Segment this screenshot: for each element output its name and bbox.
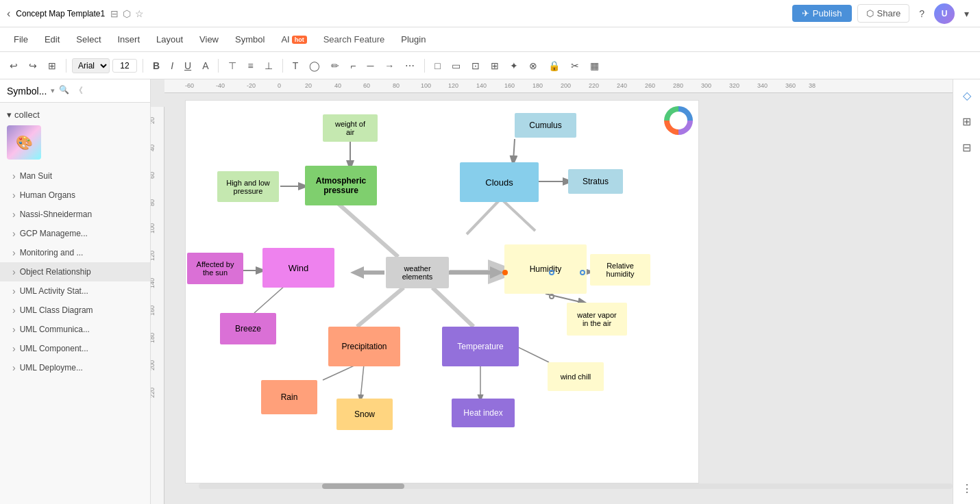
export-icon[interactable]: ⬡ bbox=[123, 8, 131, 19]
align-center-button[interactable]: ≡ bbox=[243, 58, 257, 74]
title-actions: ⊟ ⬡ ☆ bbox=[110, 8, 144, 19]
menu-plugin[interactable]: Plugin bbox=[394, 32, 432, 47]
shape-button[interactable]: □ bbox=[430, 58, 444, 74]
sidebar-item-man-suit[interactable]: Man Suit bbox=[0, 166, 150, 186]
arrow-left-1 bbox=[350, 266, 384, 279]
node-water-vapor[interactable]: water vaporin the air bbox=[567, 303, 627, 336]
menu-search-feature[interactable]: Search Feature bbox=[317, 32, 392, 47]
node-high-low[interactable]: High and lowpressure bbox=[217, 171, 279, 202]
svg-line-6 bbox=[338, 203, 398, 257]
menu-insert[interactable]: Insert bbox=[111, 32, 147, 47]
sidebar-item-uml-deployment[interactable]: UML Deployme... bbox=[0, 358, 150, 377]
menu-file[interactable]: File bbox=[7, 32, 35, 47]
fit-button[interactable]: ⊞ bbox=[487, 58, 503, 74]
menu-symbol[interactable]: Symbol bbox=[228, 32, 271, 47]
right-panel-style-button[interactable]: ◇ bbox=[957, 85, 977, 105]
table-button[interactable]: ▦ bbox=[586, 58, 603, 74]
back-button[interactable]: ‹ bbox=[7, 8, 10, 20]
node-breeze[interactable]: Breeze bbox=[220, 313, 276, 344]
sparkle-button[interactable]: ✦ bbox=[506, 58, 522, 74]
menu-view[interactable]: View bbox=[193, 32, 225, 47]
share-button[interactable]: ⬡ Share bbox=[857, 4, 910, 23]
humidity-dot-right2 bbox=[580, 270, 585, 275]
account-dropdown[interactable]: ▾ bbox=[960, 5, 973, 22]
right-panel-settings-button[interactable]: ⊟ bbox=[957, 137, 977, 158]
font-selector[interactable]: Arial bbox=[72, 58, 110, 73]
node-humidity[interactable]: Humidity bbox=[504, 244, 587, 294]
callout-button[interactable]: ▭ bbox=[448, 58, 465, 74]
node-atm-pressure[interactable]: Atmosphericpressure bbox=[305, 166, 377, 205]
sidebar-item-uml-activity[interactable]: UML Activity Stat... bbox=[0, 281, 150, 301]
clone-button[interactable]: ⊞ bbox=[44, 58, 60, 74]
svg-marker-19 bbox=[449, 266, 504, 279]
menu-edit[interactable]: Edit bbox=[38, 32, 66, 47]
redo-button[interactable]: ↪ bbox=[25, 58, 41, 74]
humidity-dot bbox=[502, 270, 508, 275]
node-relative-humidity[interactable]: Relativehumidity bbox=[590, 254, 650, 286]
diagram-container[interactable]: weight ofair Cumulus Atmosphericpressure… bbox=[185, 100, 699, 483]
menu-layout[interactable]: Layout bbox=[149, 32, 190, 47]
node-rain[interactable]: Rain bbox=[261, 380, 317, 414]
sidebar-item-nassi[interactable]: Nassi-Shneiderman bbox=[0, 205, 150, 224]
sidebar-item-monitoring[interactable]: Monitoring and ... bbox=[0, 243, 150, 262]
help-button[interactable]: ? bbox=[915, 5, 929, 22]
italic-button[interactable]: I bbox=[167, 58, 177, 74]
node-wind[interactable]: Wind bbox=[262, 248, 334, 288]
svg-marker-18 bbox=[350, 266, 384, 279]
right-panel-extra-button[interactable]: ⋮ bbox=[957, 478, 977, 499]
node-temperature[interactable]: Temperature bbox=[442, 327, 519, 366]
eraser-button[interactable]: ◯ bbox=[305, 58, 324, 74]
collect-label: collect bbox=[14, 110, 40, 120]
resize-button[interactable]: ⊡ bbox=[467, 58, 484, 74]
align-top-button[interactable]: ⊤ bbox=[224, 58, 241, 74]
underline-button[interactable]: U bbox=[180, 58, 195, 74]
node-affected[interactable]: Affected bythe sun bbox=[187, 253, 243, 284]
canvas-background[interactable]: weight ofair Cumulus Atmosphericpressure… bbox=[164, 93, 953, 490]
arrows-svg bbox=[186, 101, 698, 483]
line-type-button[interactable]: ⋯ bbox=[401, 58, 419, 74]
text-style-button[interactable]: T bbox=[289, 58, 303, 74]
menu-select[interactable]: Select bbox=[69, 32, 108, 47]
avatar[interactable]: U bbox=[934, 3, 955, 24]
publish-button[interactable]: ✈ Publish bbox=[792, 5, 852, 22]
canvas-area[interactable]: -60 -40 -20 0 20 40 60 80 100 120 140 16… bbox=[151, 79, 953, 504]
star-icon[interactable]: ☆ bbox=[135, 8, 144, 19]
horizontal-scrollbar[interactable] bbox=[199, 483, 953, 489]
undo-button[interactable]: ↩ bbox=[5, 58, 22, 74]
bold-button[interactable]: B bbox=[149, 58, 164, 74]
node-weather-elements[interactable]: weatherelements bbox=[386, 257, 449, 288]
line-style-button[interactable]: ─ bbox=[363, 58, 378, 74]
node-snow[interactable]: Snow bbox=[336, 399, 393, 430]
sidebar-item-object-relationship[interactable]: Object Relationship bbox=[0, 262, 150, 281]
collect-header[interactable]: ▾ collect bbox=[0, 107, 150, 123]
sidebar-item-uml-communication[interactable]: UML Communica... bbox=[0, 320, 150, 339]
node-heat-index[interactable]: Heat index bbox=[452, 399, 515, 427]
filter-button[interactable]: ⊗ bbox=[525, 58, 541, 74]
right-panel-format-button[interactable]: ⊞ bbox=[957, 111, 977, 131]
save-icon[interactable]: ⊟ bbox=[110, 8, 119, 19]
node-weight-air[interactable]: weight ofair bbox=[323, 114, 378, 142]
font-color-button[interactable]: A bbox=[198, 58, 212, 74]
node-stratus[interactable]: Stratus bbox=[568, 169, 623, 194]
sidebar-item-human-organs[interactable]: Human Organs bbox=[0, 186, 150, 205]
node-cumulus[interactable]: Cumulus bbox=[515, 113, 576, 138]
sidebar-collapse-arrow[interactable]: ▾ bbox=[51, 86, 55, 95]
lock-button[interactable]: 🔒 bbox=[544, 58, 564, 74]
font-size-input[interactable] bbox=[112, 59, 137, 73]
sidebar-item-gcp[interactable]: GCP Manageme... bbox=[0, 224, 150, 243]
align-bottom-button[interactable]: ⊥ bbox=[260, 58, 277, 74]
ruler-horizontal: -60 -40 -20 0 20 40 60 80 100 120 140 16… bbox=[164, 79, 953, 93]
sidebar-toggle-icon[interactable]: 《 bbox=[75, 85, 83, 97]
sidebar-item-uml-component[interactable]: UML Component... bbox=[0, 339, 150, 358]
sidebar-item-uml-class[interactable]: UML Class Diagram bbox=[0, 301, 150, 320]
menu-ai[interactable]: AI hot bbox=[274, 32, 313, 47]
connector-button[interactable]: ⌐ bbox=[346, 58, 360, 74]
sidebar-title: Symbol... bbox=[7, 86, 47, 97]
node-wind-chill[interactable]: wind chill bbox=[548, 362, 604, 391]
arrow-style-button[interactable]: → bbox=[380, 58, 398, 74]
search-icon[interactable]: 🔍 bbox=[59, 85, 69, 97]
unlock-button[interactable]: ✂ bbox=[567, 58, 583, 74]
pen-button[interactable]: ✏ bbox=[327, 58, 343, 74]
node-precipitation[interactable]: Precipitation bbox=[328, 327, 400, 366]
node-clouds[interactable]: Clouds bbox=[460, 162, 539, 202]
